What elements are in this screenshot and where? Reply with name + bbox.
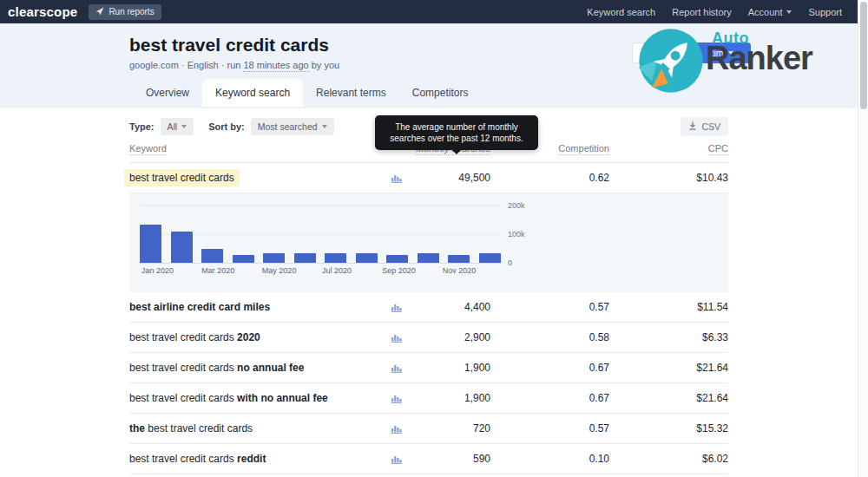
monthly-searches-chart: 200k100k0 Jan 2020Mar 2020May 2020Jul 20… (129, 193, 728, 292)
keyword-rows: best airline credit card miles4,4000.57$… (129, 292, 728, 474)
sort-select[interactable]: Most searched (251, 118, 334, 135)
run-reports-button[interactable]: Run reports (89, 4, 161, 20)
chart-bar (263, 253, 285, 263)
y-axis-labels: 200k100k0 (508, 193, 542, 292)
keyword-text: best travel credit cards no annual fee (129, 362, 304, 374)
cpc-value: $15.32 (696, 422, 728, 435)
chart-bar (448, 255, 470, 263)
chart-bar (356, 253, 378, 263)
chart-bar (171, 232, 193, 263)
sort-by-label: Sort by: (208, 121, 245, 132)
x-tick-label: Sep 2020 (382, 266, 442, 275)
chevron-down-icon (322, 125, 327, 128)
mini-bar-chart-icon[interactable] (391, 303, 402, 312)
table-row[interactable]: best travel credit cards no annual fee1,… (129, 353, 728, 383)
competition-value: 0.58 (589, 331, 609, 343)
nav-account-menu[interactable]: Account (748, 7, 792, 17)
chart-bar (294, 253, 316, 263)
keyword-text: the best travel credit cards (129, 422, 253, 435)
mini-bar-chart-icon[interactable] (391, 363, 402, 373)
x-tick-label: Mar 2020 (201, 266, 261, 275)
tab-competitors[interactable]: Competitors (399, 79, 482, 107)
header-keyword[interactable]: Keyword (129, 143, 167, 155)
mini-bar-chart-icon[interactable] (391, 333, 402, 343)
monthly-searches-value: 49,500 (458, 172, 490, 184)
cpc-value: $11.54 (697, 301, 728, 313)
vertical-scrollbar[interactable] (858, 0, 868, 477)
chart-bar (325, 253, 346, 263)
mini-bar-chart-icon[interactable] (391, 173, 402, 183)
competition-value: 0.67 (589, 392, 609, 404)
y-tick-label: 200k (508, 201, 525, 210)
keyword-text: best travel credit cards reddit (129, 453, 266, 465)
keyword-text: best travel credit cards with no annual … (129, 392, 328, 404)
keyword-text: best airline credit card miles (129, 301, 270, 313)
table-row[interactable]: best travel credit cards49,5000.62$10.43 (129, 163, 728, 193)
cpc-value: $21.64 (696, 362, 728, 374)
type-label: Type: (129, 121, 155, 132)
nav-support[interactable]: Support (808, 7, 842, 17)
competition-value: 0.62 (589, 172, 609, 184)
table-row[interactable]: best airline credit card miles4,4000.57$… (129, 292, 728, 323)
keyword-cell: best travel credit cards no annual fee (129, 362, 304, 374)
header-competition[interactable]: Competition (558, 143, 609, 155)
run-time-link[interactable]: 18 minutes ago (243, 60, 308, 72)
chart-bar (233, 255, 254, 263)
monthly-searches-value: 2,900 (464, 331, 490, 343)
x-axis-line (140, 263, 501, 264)
x-tick-label: Jan 2020 (141, 266, 201, 275)
y-tick-label: 0 (508, 258, 512, 267)
x-tick-label: Jul 2020 (322, 266, 382, 275)
table-row[interactable]: best travel credit cards with no annual … (129, 383, 728, 414)
scrollbar-thumb[interactable] (860, 2, 867, 109)
competition-value: 0.67 (589, 362, 609, 374)
chart-bar (418, 253, 439, 263)
keyword-cell: best airline credit card miles (129, 301, 270, 313)
mini-bar-chart-icon[interactable] (391, 454, 402, 464)
monthly-searches-tooltip: The average number of monthly searches o… (375, 115, 538, 150)
tab-keyword-search[interactable]: Keyword search (202, 79, 303, 107)
keyword-cell: best travel credit cards with no annual … (129, 392, 328, 404)
table-row[interactable]: the best travel credit cards7200.57$15.3… (129, 414, 728, 444)
type-select[interactable]: All (161, 118, 194, 135)
competition-value: 0.57 (589, 301, 609, 313)
keyword-cell: best travel credit cards 2020 (129, 331, 260, 343)
download-icon (688, 121, 697, 132)
monthly-searches-value: 720 (473, 422, 490, 435)
x-tick-label: Nov 2020 (443, 266, 503, 275)
chart-bar (140, 225, 161, 263)
x-axis-labels: Jan 2020Mar 2020May 2020Jul 2020Sep 2020… (141, 266, 503, 275)
blue-action-button-obscured[interactable]: tim (694, 42, 751, 63)
chevron-down-icon (786, 10, 792, 14)
export-csv-button[interactable]: CSV (681, 117, 728, 136)
send-icon (95, 7, 104, 17)
search-input-obscured[interactable]: S (632, 42, 700, 63)
clearscope-app: clearscope Run reports Keyword search Re… (0, 0, 868, 477)
mini-bar-chart-icon[interactable] (391, 394, 402, 403)
run-reports-label: Run reports (108, 7, 154, 16)
nav-keyword-search[interactable]: Keyword search (587, 7, 655, 17)
x-tick-label: May 2020 (262, 266, 322, 275)
header-cpc[interactable]: CPC (708, 143, 728, 155)
table-row[interactable]: best travel credit cards reddit5900.10$6… (129, 444, 728, 474)
monthly-searches-value: 1,900 (464, 392, 490, 404)
nav-report-history[interactable]: Report history (672, 7, 731, 17)
mini-bar-chart-icon[interactable] (391, 424, 402, 434)
keyword-text: best travel credit cards 2020 (129, 331, 260, 343)
clearscope-logo[interactable]: clearscope (8, 4, 77, 19)
keyword-cell: the best travel credit cards (129, 422, 253, 435)
table-row[interactable]: best travel credit cards 20202,9000.58$6… (129, 323, 728, 353)
keyword-search-panel: The average number of monthly searches o… (0, 108, 858, 477)
report-tabs: Overview Keyword search Relevant terms C… (133, 79, 728, 107)
tab-relevant-terms[interactable]: Relevant terms (303, 79, 399, 107)
keyword-cell: best travel credit cards reddit (129, 453, 266, 465)
chevron-down-icon (728, 51, 733, 55)
chart-bar (386, 255, 408, 263)
cpc-value: $6.33 (702, 331, 728, 343)
monthly-searches-value: 590 (473, 453, 490, 465)
competition-value: 0.57 (589, 422, 609, 435)
cpc-value: $10.43 (696, 172, 728, 184)
chart-bar (479, 253, 501, 263)
tab-overview[interactable]: Overview (133, 79, 202, 107)
highlighted-keyword-row-slot: best travel credit cards49,5000.62$10.43 (129, 163, 728, 193)
